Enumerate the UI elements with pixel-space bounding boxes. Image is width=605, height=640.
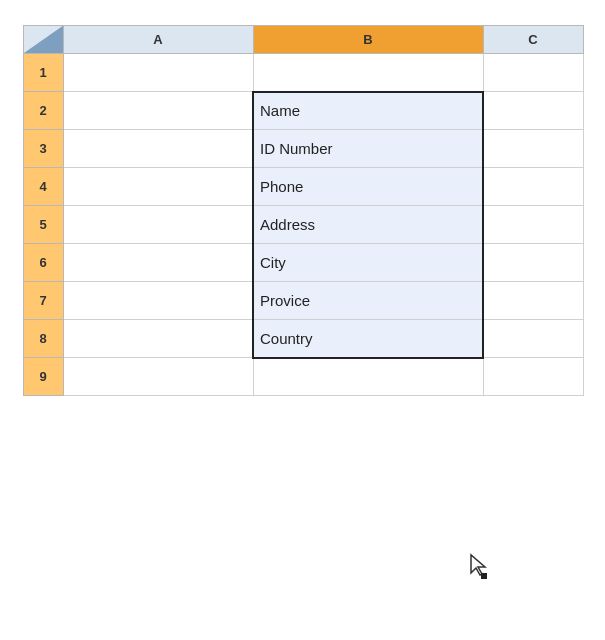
cell-c7[interactable] — [483, 282, 583, 320]
svg-marker-0 — [471, 555, 485, 575]
cell-a4[interactable] — [63, 168, 253, 206]
table-row: 2 Name — [23, 92, 583, 130]
row-num-8[interactable]: 8 — [23, 320, 63, 358]
cell-a1[interactable] — [63, 54, 253, 92]
row-num-9[interactable]: 9 — [23, 358, 63, 396]
table-row: 4 Phone — [23, 168, 583, 206]
row-num-5[interactable]: 5 — [23, 206, 63, 244]
cell-b9[interactable] — [253, 358, 483, 396]
table-row: 8 Country — [23, 320, 583, 358]
cell-a2[interactable] — [63, 92, 253, 130]
row-num-7[interactable]: 7 — [23, 282, 63, 320]
cell-a6[interactable] — [63, 244, 253, 282]
row-num-4[interactable]: 4 — [23, 168, 63, 206]
cell-b7[interactable]: Provice — [253, 282, 483, 320]
spreadsheet-table: A B C 1 2 Name — [23, 25, 584, 396]
cell-c1[interactable] — [483, 54, 583, 92]
cell-a5[interactable] — [63, 206, 253, 244]
cell-b8[interactable]: Country — [253, 320, 483, 358]
row-num-3[interactable]: 3 — [23, 130, 63, 168]
fill-handle[interactable] — [481, 573, 487, 579]
corner-header — [23, 26, 63, 54]
cell-c3[interactable] — [483, 130, 583, 168]
table-row: 3 ID Number — [23, 130, 583, 168]
col-header-c[interactable]: C — [483, 26, 583, 54]
cell-b5[interactable]: Address — [253, 206, 483, 244]
cell-a8[interactable] — [63, 320, 253, 358]
table-row: 9 — [23, 358, 583, 396]
cell-b4[interactable]: Phone — [253, 168, 483, 206]
row-num-6[interactable]: 6 — [23, 244, 63, 282]
row-num-2[interactable]: 2 — [23, 92, 63, 130]
cell-c5[interactable] — [483, 206, 583, 244]
cell-a7[interactable] — [63, 282, 253, 320]
cell-b6[interactable]: City — [253, 244, 483, 282]
table-row: 5 Address — [23, 206, 583, 244]
row-num-1[interactable]: 1 — [23, 54, 63, 92]
cell-c2[interactable] — [483, 92, 583, 130]
cell-c6[interactable] — [483, 244, 583, 282]
spreadsheet-container: A B C 1 2 Name — [23, 25, 583, 615]
cell-c4[interactable] — [483, 168, 583, 206]
cell-a9[interactable] — [63, 358, 253, 396]
cell-a3[interactable] — [63, 130, 253, 168]
col-header-b[interactable]: B — [253, 26, 483, 54]
table-row: 1 — [23, 54, 583, 92]
col-header-a[interactable]: A — [63, 26, 253, 54]
cell-c9[interactable] — [483, 358, 583, 396]
table-row: 7 Provice — [23, 282, 583, 320]
cell-b1[interactable] — [253, 54, 483, 92]
cell-c8[interactable] — [483, 320, 583, 358]
cell-b2[interactable]: Name — [253, 92, 483, 130]
cell-b3[interactable]: ID Number — [253, 130, 483, 168]
table-row: 6 City — [23, 244, 583, 282]
